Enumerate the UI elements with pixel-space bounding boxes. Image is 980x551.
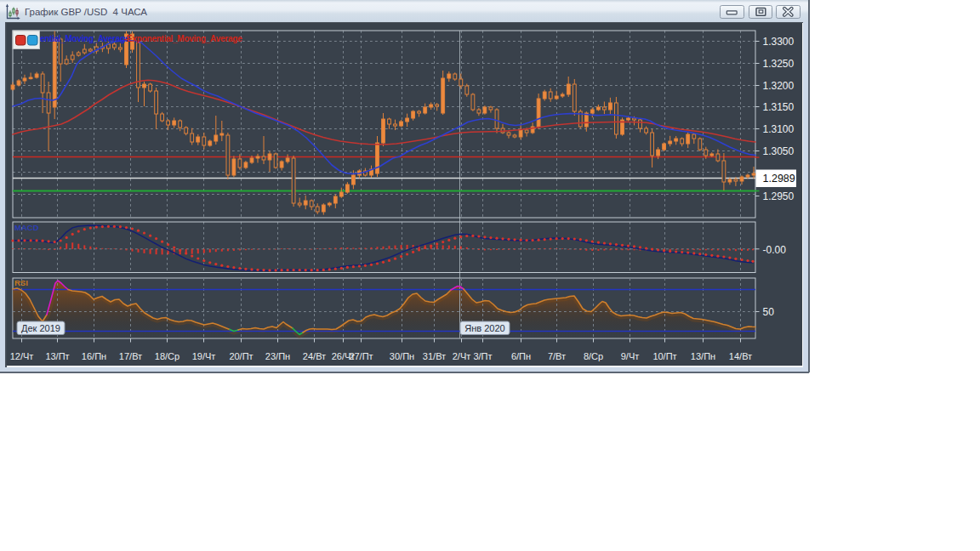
svg-text:17/Вт: 17/Вт — [119, 351, 142, 361]
svg-text:1.2989: 1.2989 — [763, 173, 795, 185]
svg-text:-Exponential_Moving_Average: -Exponential_Moving_Average — [124, 34, 242, 43]
svg-text:23/Пн: 23/Пн — [265, 351, 290, 361]
svg-text:30/Пн: 30/Пн — [390, 351, 414, 361]
svg-text:24/Вт: 24/Вт — [303, 351, 326, 361]
svg-text:Дек 2019: Дек 2019 — [21, 323, 60, 333]
svg-text:1.3050: 1.3050 — [763, 145, 795, 157]
svg-text:13/Пт: 13/Пт — [45, 351, 69, 361]
svg-text:ential_Moving_Average: ential_Moving_Average — [40, 34, 130, 43]
svg-text:2/Чт: 2/Чт — [453, 351, 471, 361]
svg-text:8/Ср: 8/Ср — [584, 351, 603, 361]
svg-text:1.3150: 1.3150 — [763, 101, 795, 113]
svg-text:1.3300: 1.3300 — [763, 36, 795, 48]
svg-text:10/Пт: 10/Пт — [652, 351, 676, 361]
svg-text:12/Чт: 12/Чт — [10, 351, 34, 361]
svg-text:50: 50 — [763, 306, 775, 318]
svg-text:Янв 2020: Янв 2020 — [464, 323, 504, 333]
svg-text:3/Пт: 3/Пт — [473, 351, 492, 361]
svg-text:13/Пн: 13/Пн — [691, 351, 715, 361]
svg-text:9/Чт: 9/Чт — [621, 351, 640, 361]
svg-text:27/Пт: 27/Пт — [349, 351, 373, 361]
svg-text:1.3250: 1.3250 — [763, 58, 795, 70]
svg-text:20/Пт: 20/Пт — [229, 351, 253, 361]
svg-text:1.3100: 1.3100 — [763, 123, 795, 135]
svg-text:-0.00: -0.00 — [763, 244, 787, 256]
svg-text:1.3200: 1.3200 — [763, 80, 795, 92]
svg-text:18/Ср: 18/Ср — [155, 351, 179, 361]
svg-text:1.2950: 1.2950 — [763, 190, 795, 202]
svg-text:31/Вт: 31/Вт — [423, 351, 446, 361]
svg-text:MACD: MACD — [14, 223, 39, 232]
svg-text:6/Пн: 6/Пн — [511, 351, 531, 361]
svg-text:14/Вт: 14/Вт — [729, 351, 752, 361]
svg-text:16/Пн: 16/Пн — [82, 351, 106, 361]
svg-text:RSI: RSI — [14, 278, 28, 287]
svg-text:19/Чт: 19/Чт — [192, 351, 216, 361]
svg-text:7/Вт: 7/Вт — [548, 351, 566, 361]
